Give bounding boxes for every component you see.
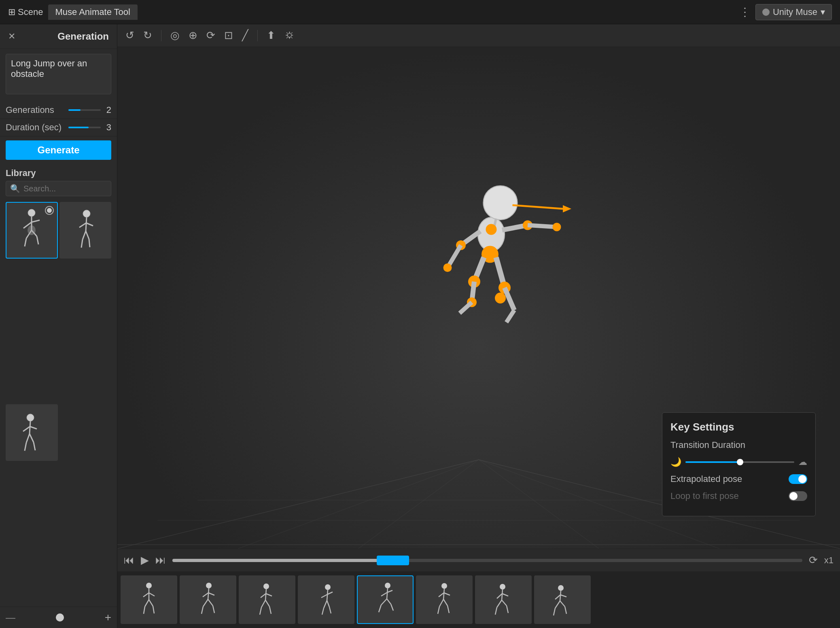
key-settings-title: Key Settings xyxy=(670,421,807,433)
svg-line-70 xyxy=(208,593,214,595)
prompt-textarea[interactable]: Long Jump over an obstacle xyxy=(6,54,111,94)
search-input[interactable] xyxy=(23,184,107,193)
unity-muse-button[interactable]: Unity Muse ▾ xyxy=(755,4,832,20)
svg-line-106 xyxy=(448,606,449,613)
svg-line-65 xyxy=(144,607,145,614)
viewport[interactable]: Key Settings Transition Duration 🌙 ☁ Ext… xyxy=(117,47,840,549)
generate-button[interactable]: Generate xyxy=(6,140,111,160)
svg-line-43 xyxy=(528,225,557,227)
search-icon: 🔍 xyxy=(10,184,20,193)
transition-slider-row: 🌙 ☁ xyxy=(670,457,807,467)
keyframe-8[interactable] xyxy=(534,575,591,624)
minus-icon[interactable]: — xyxy=(6,612,15,623)
zoom-knob[interactable] xyxy=(56,613,64,622)
svg-line-14 xyxy=(86,231,89,239)
transition-slider[interactable] xyxy=(685,461,794,463)
svg-line-10 xyxy=(86,217,87,231)
keyframe-3[interactable] xyxy=(239,575,295,624)
svg-point-59 xyxy=(146,583,152,588)
keyframe-4[interactable] xyxy=(298,575,354,624)
svg-point-56 xyxy=(495,293,506,303)
thumb-item-1[interactable] xyxy=(6,202,58,259)
unity-muse-icon xyxy=(762,8,770,16)
svg-line-25 xyxy=(117,460,479,549)
close-icon[interactable]: ✕ xyxy=(8,31,15,42)
svg-line-11 xyxy=(79,223,86,227)
svg-line-100 xyxy=(443,589,444,599)
thumb-item-2[interactable] xyxy=(59,202,112,259)
svg-line-57 xyxy=(507,310,515,322)
export-icon[interactable]: ⬆ xyxy=(265,28,277,43)
scale-icon[interactable]: ⊡ xyxy=(223,28,235,43)
svg-line-113 xyxy=(495,607,497,615)
loop-icon[interactable]: ⟳ xyxy=(809,554,818,566)
skip-back-button[interactable]: ⏮ xyxy=(124,554,134,566)
thumb-figure-3 xyxy=(17,410,46,455)
play-button[interactable]: ▶ xyxy=(141,554,149,566)
settings-icon[interactable]: ⛭ xyxy=(283,28,297,43)
toolbar-divider-2 xyxy=(257,30,258,41)
svg-line-118 xyxy=(560,595,566,597)
svg-point-91 xyxy=(385,583,390,588)
keyframe-5[interactable] xyxy=(357,575,414,624)
svg-line-72 xyxy=(208,599,213,606)
svg-line-73 xyxy=(202,607,203,614)
svg-point-44 xyxy=(553,223,561,231)
svg-line-111 xyxy=(497,600,502,607)
loop-toggle[interactable] xyxy=(789,491,807,501)
svg-line-120 xyxy=(560,601,565,607)
svg-line-112 xyxy=(502,600,507,606)
undo-icon[interactable]: ↺ xyxy=(124,28,136,43)
svg-point-17 xyxy=(27,414,34,421)
svg-line-12 xyxy=(86,223,93,226)
keyframe-7[interactable] xyxy=(475,575,532,624)
svg-line-23 xyxy=(25,443,26,451)
svg-line-22 xyxy=(30,434,34,442)
svg-line-105 xyxy=(438,607,439,614)
svg-line-27 xyxy=(238,460,479,549)
left-panel-bottom: — + xyxy=(0,607,117,628)
svg-point-83 xyxy=(325,584,331,590)
svg-point-35 xyxy=(484,186,518,220)
svg-line-19 xyxy=(23,426,30,431)
svg-line-6 xyxy=(25,238,26,246)
generations-row: Generations 2 xyxy=(0,102,117,119)
target-icon[interactable]: ◎ xyxy=(169,28,181,43)
svg-line-108 xyxy=(502,590,503,600)
svg-line-61 xyxy=(143,593,149,597)
key-settings-panel: Key Settings Transition Duration 🌙 ☁ Ext… xyxy=(662,412,816,516)
scene-label: ⊞ Scene xyxy=(8,7,43,17)
svg-point-8 xyxy=(28,225,36,235)
duration-slider[interactable] xyxy=(68,127,101,128)
more-icon[interactable]: ⋮ xyxy=(739,5,751,19)
left-panel: ✕ Generation Long Jump over an obstacle … xyxy=(0,24,117,628)
extrapolated-toggle[interactable] xyxy=(789,474,807,484)
svg-line-7 xyxy=(37,236,38,244)
transition-duration-label: Transition Duration xyxy=(670,440,745,450)
panel-title: Generation xyxy=(57,31,109,42)
keyframe-6[interactable] xyxy=(416,575,473,624)
svg-line-63 xyxy=(145,600,149,607)
keyframe-1[interactable] xyxy=(121,575,177,624)
muse-animate-tab[interactable]: Muse Animate Tool xyxy=(48,4,138,20)
move-icon[interactable]: ⊕ xyxy=(187,28,199,43)
svg-line-95 xyxy=(381,599,387,605)
svg-line-76 xyxy=(265,589,266,600)
rotate-icon[interactable]: ⟳ xyxy=(205,28,217,43)
plus-icon[interactable]: + xyxy=(105,611,111,624)
thumb-figure-2 xyxy=(71,208,100,252)
dropdown-icon: ▾ xyxy=(821,7,825,17)
timeline-track[interactable] xyxy=(172,559,802,562)
svg-line-94 xyxy=(381,592,387,596)
redo-icon[interactable]: ↻ xyxy=(142,28,154,43)
thumb-item-3[interactable] xyxy=(6,404,58,461)
generations-value: 2 xyxy=(106,105,111,115)
speed-label[interactable]: x1 xyxy=(824,555,834,566)
slash-icon[interactable]: ╱ xyxy=(240,28,250,43)
timeline-playhead[interactable] xyxy=(377,556,409,565)
generations-slider[interactable] xyxy=(68,109,101,111)
svg-marker-46 xyxy=(563,205,571,212)
skip-forward-button[interactable]: ⏭ xyxy=(155,554,166,566)
keyframe-2[interactable] xyxy=(180,575,236,624)
svg-line-68 xyxy=(208,588,209,599)
